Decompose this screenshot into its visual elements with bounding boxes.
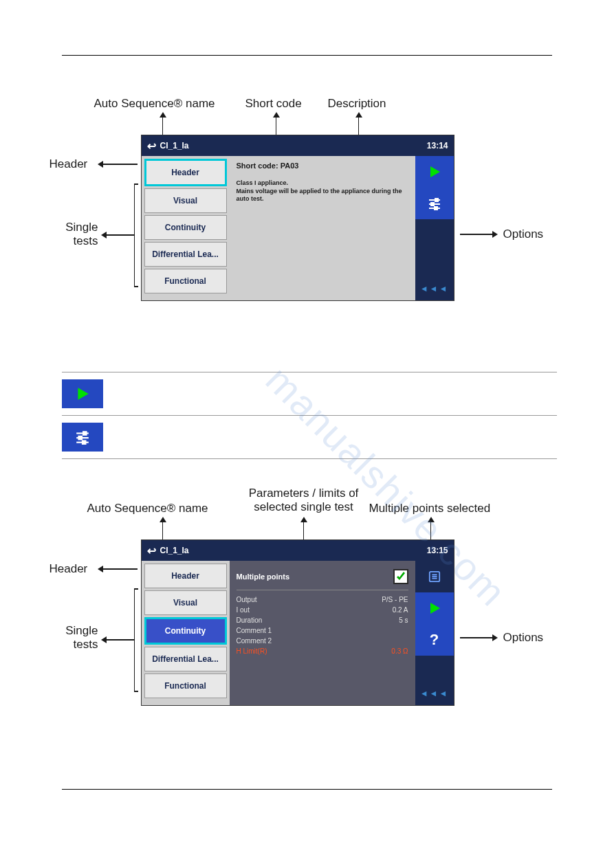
param-row: Comment 1 <box>237 625 408 636</box>
callout-description: Description <box>328 97 386 111</box>
param-row: OutputP/S - PE <box>237 594 408 605</box>
help-button[interactable]: ? <box>415 624 454 656</box>
list-button[interactable] <box>415 561 454 592</box>
callout-autosequence-name-2: Auto Sequence® name <box>87 502 208 515</box>
tab-continuity[interactable]: Continuity <box>144 215 227 240</box>
svg-marker-14 <box>397 572 405 580</box>
svg-rect-4 <box>431 203 434 205</box>
options-bar-2: ? ◄◄◄ <box>415 561 454 705</box>
screen-titlebar-2: ↩ CI_1_Ia 13:15 <box>142 540 454 561</box>
settings-button[interactable] <box>415 188 454 219</box>
svg-rect-6 <box>435 207 437 210</box>
sliders-icon-cell <box>62 423 103 452</box>
param-row: Duration5 s <box>237 615 408 625</box>
screen-title: CI_1_Ia <box>160 141 189 151</box>
screen-main-panel: Short code: PA03 Class I appliance. Main… <box>230 156 415 300</box>
param-val: 5 s <box>399 616 408 624</box>
callout-autosequence-name: Auto Sequence® name <box>94 97 215 111</box>
callout-params-limits: Parameters / limits of selected single t… <box>245 487 362 515</box>
screen-time-2: 13:15 <box>427 546 448 555</box>
options-spacer <box>415 656 454 685</box>
play-icon <box>428 165 441 179</box>
test-tabs-sidebar-2: Header Visual Continuity Differential Le… <box>142 561 230 705</box>
svg-rect-13 <box>83 441 85 444</box>
play-icon <box>428 601 441 615</box>
param-row: I out0.2 A <box>237 605 408 615</box>
tab-functional[interactable]: Functional <box>144 269 227 293</box>
short-code-text: Short code: PA03 <box>237 162 408 170</box>
param-val: 0.2 A <box>393 606 408 614</box>
tab-visual[interactable]: Visual <box>144 590 227 615</box>
play-button[interactable] <box>415 592 454 624</box>
svg-marker-0 <box>430 166 440 177</box>
tab-differential-leakage[interactable]: Differential Lea... <box>144 647 227 671</box>
param-row: Comment 2 <box>237 636 408 646</box>
sliders-icon <box>75 430 90 445</box>
options-bar: ◄◄◄ <box>415 156 454 300</box>
figure-1: Auto Sequence® name Short code Descripti… <box>53 97 562 344</box>
screen-titlebar: ↩ CI_1_Ia 13:14 <box>142 135 454 156</box>
sliders-icon <box>428 197 441 210</box>
device-screen-1: ↩ CI_1_Ia 13:14 Header Visual Continuity… <box>141 135 454 301</box>
param-key: I out <box>237 606 250 614</box>
svg-rect-11 <box>79 436 82 439</box>
callout-header-2: Header <box>50 562 88 576</box>
param-key: Comment 2 <box>237 637 272 645</box>
param-key: Duration <box>237 616 263 624</box>
callout-single-tests: Single tests <box>57 221 98 249</box>
svg-rect-2 <box>435 199 438 201</box>
svg-marker-7 <box>78 388 88 400</box>
expand-chevrons[interactable]: ◄◄◄ <box>415 280 454 300</box>
callout-short-code: Short code <box>245 97 302 111</box>
tab-visual[interactable]: Visual <box>144 188 227 213</box>
multiple-points-label: Multiple points <box>237 572 290 581</box>
multiple-points-checkbox[interactable] <box>393 569 408 584</box>
limit-key: H Limit(R) <box>237 647 267 655</box>
option-row-play <box>62 372 557 416</box>
limit-row: H Limit(R)0.3 Ω <box>237 646 408 656</box>
expand-chevrons[interactable]: ◄◄◄ <box>415 685 454 705</box>
option-row-sliders <box>62 416 557 459</box>
param-key: Comment 1 <box>237 627 272 634</box>
play-icon-cell <box>62 379 103 408</box>
top-rule <box>62 55 552 56</box>
back-icon[interactable]: ↩ <box>147 544 156 557</box>
tab-differential-leakage[interactable]: Differential Lea... <box>144 242 227 267</box>
tab-header[interactable]: Header <box>144 159 227 186</box>
param-key: Output <box>237 596 257 603</box>
check-icon <box>395 571 406 582</box>
back-icon[interactable]: ↩ <box>147 140 156 153</box>
play-button[interactable] <box>415 156 454 188</box>
figure-2: Auto Sequence® name Parameters / limits … <box>53 487 562 748</box>
screen-time: 13:14 <box>427 141 448 151</box>
description-text: Class I appliance. Mains voltage will be… <box>237 179 408 203</box>
callout-options-2: Options <box>503 631 544 645</box>
limit-val: 0.3 Ω <box>391 647 408 655</box>
callout-multiple-points: Multiple points selected <box>369 502 491 515</box>
options-spacer <box>415 219 454 280</box>
svg-rect-9 <box>83 432 86 434</box>
play-icon <box>75 386 90 401</box>
list-icon <box>428 570 441 583</box>
device-screen-2: ↩ CI_1_Ia 13:15 Header Visual Continuity… <box>141 539 454 706</box>
svg-marker-19 <box>430 603 440 614</box>
param-val: P/S - PE <box>382 596 408 603</box>
test-tabs-sidebar: Header Visual Continuity Differential Le… <box>142 156 230 300</box>
tab-header[interactable]: Header <box>144 564 227 588</box>
tab-functional[interactable]: Functional <box>144 674 227 698</box>
callout-options: Options <box>503 227 544 241</box>
screen-title-2: CI_1_Ia <box>160 546 189 555</box>
screen-main-panel-2: Multiple points OutputP/S - PE I out0.2 … <box>230 561 415 705</box>
options-table <box>62 372 557 459</box>
bottom-rule <box>62 789 552 790</box>
tab-continuity[interactable]: Continuity <box>144 617 227 645</box>
callout-single-tests-2: Single tests <box>57 624 98 652</box>
callout-header: Header <box>50 157 88 171</box>
